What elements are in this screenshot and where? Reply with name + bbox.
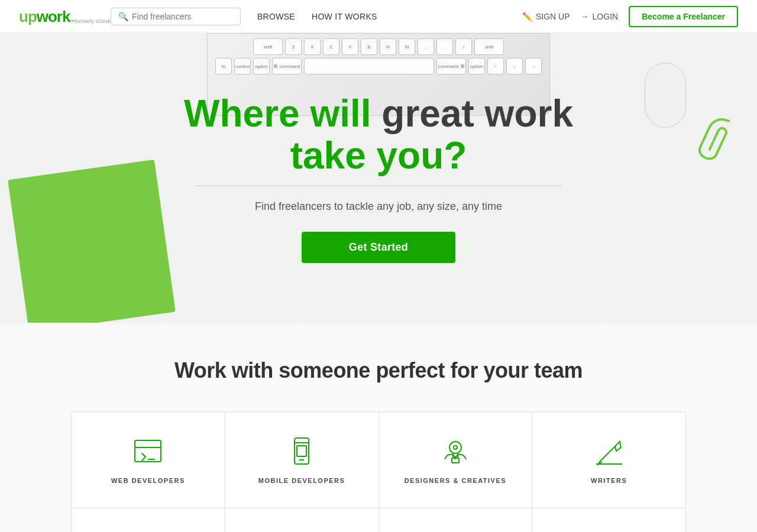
hero-title-green1: Where will	[184, 92, 381, 135]
site-logo[interactable]: upwork™ formerly oDesk	[19, 9, 111, 24]
category-cell-customer-service-agents[interactable]: CUSTOMER SERVICE AGENTS	[225, 508, 379, 532]
logo-tm: ™	[70, 19, 75, 24]
login-icon: →	[581, 12, 589, 21]
mobile-developers-label: MOBILE DEVELOPERS	[258, 477, 345, 484]
key-period: .	[436, 38, 453, 55]
key-b: B	[361, 38, 377, 55]
search-box[interactable]: 🔍	[111, 8, 241, 25]
category-cell-web-developers[interactable]: WEB DEVELOPERS	[72, 412, 225, 508]
nav-right: ✏️ SIGN UP → LOGIN Become a Freelancer	[522, 6, 738, 27]
category-cell-sales-marketing-experts[interactable]: SALES & MARKETING EXPERTS	[379, 508, 533, 532]
sign-up-button[interactable]: ✏️ SIGN UP	[522, 12, 570, 21]
hero-title: Where will great work take you?	[184, 93, 573, 176]
logo-work: work	[37, 9, 70, 24]
notebook-decoration	[8, 160, 176, 323]
key-c: C	[323, 38, 339, 55]
search-icon: 🔍	[118, 12, 128, 21]
svg-rect-6	[297, 446, 306, 456]
paperclip-decoration	[688, 109, 749, 176]
category-cell-virtual-assistants[interactable]: VIRTUAL ASSISTANTS	[72, 508, 225, 532]
key-opt-r: option	[468, 58, 485, 74]
hero-content: Where will great work take you? Find fre…	[172, 81, 585, 275]
svg-line-12	[600, 446, 615, 462]
key-cmd-r: command ⌘	[436, 58, 466, 74]
key-x: X	[304, 38, 321, 55]
svg-point-7	[449, 442, 461, 453]
key-m: M	[399, 38, 415, 55]
sign-up-label: SIGN UP	[536, 12, 570, 21]
nav-how-it-works[interactable]: HOW IT WORKS	[312, 12, 377, 21]
key-slash: /	[455, 38, 472, 55]
category-grid: WEB DEVELOPERS MOBILE DEVELOPERS	[71, 411, 686, 532]
web-developers-label: WEB DEVELOPERS	[111, 477, 185, 484]
hero-subtitle: Find freelancers to tackle any job, any …	[184, 200, 573, 213]
nav-browse[interactable]: BROWSE	[257, 12, 295, 21]
designers-creatives-icon	[440, 436, 471, 466]
key-shift-r: shift	[474, 38, 504, 55]
hero-section: shift Z X C V B N M , . / shift fn contr…	[0, 33, 757, 323]
section-title: Work with someone perfect for your team	[0, 358, 757, 383]
logo-sub: formerly oDesk	[75, 18, 111, 24]
key-space	[304, 58, 434, 74]
hero-title-green2: take you?	[290, 134, 467, 177]
key-ctrl: control	[234, 58, 251, 74]
key-z: Z	[285, 38, 302, 55]
hero-divider	[195, 186, 562, 186]
web-developers-icon	[132, 436, 163, 466]
nav-links: BROWSE HOW IT WORKS	[257, 12, 377, 21]
key-shift-l: shift	[253, 38, 283, 55]
sign-icon: ✏️	[522, 12, 532, 21]
navbar: upwork™ formerly oDesk 🔍 BROWSE HOW IT W…	[0, 0, 757, 33]
key-cmd-l: ⌘ command	[272, 58, 302, 74]
writers-label: WRITERS	[591, 477, 627, 484]
category-cell-writers[interactable]: WRITERS	[532, 412, 686, 508]
writers-icon	[594, 436, 625, 466]
hero-title-dark: great work	[381, 92, 573, 135]
key-v: V	[342, 38, 358, 55]
category-cell-accountants-consultants[interactable]: ACCOUNTANTS & CONSULTANTS	[532, 508, 686, 532]
categories-section: Work with someone perfect for your team …	[0, 323, 757, 532]
category-cell-designers-creatives[interactable]: DESIGNERS & CREATIVES	[379, 412, 533, 508]
search-input[interactable]	[132, 12, 233, 21]
key-comma: ,	[418, 38, 434, 55]
category-cell-mobile-developers[interactable]: MOBILE DEVELOPERS	[225, 412, 379, 508]
key-n: N	[380, 38, 396, 55]
mouse-decoration	[645, 63, 686, 128]
login-button[interactable]: → LOGIN	[581, 12, 619, 21]
svg-rect-0	[135, 440, 161, 462]
key-opt: option	[253, 58, 270, 74]
key-up: ↑	[487, 58, 504, 74]
mobile-developers-icon	[286, 436, 317, 466]
key-fn: fn	[215, 58, 232, 74]
login-label: LOGIN	[593, 12, 619, 21]
get-started-button[interactable]: Get Started	[302, 232, 455, 263]
designers-creatives-label: DESIGNERS & CREATIVES	[405, 477, 507, 484]
logo-up: up	[19, 9, 37, 24]
become-freelancer-button[interactable]: Become a Freelancer	[629, 6, 738, 27]
key-right: →	[525, 58, 542, 74]
svg-point-8	[454, 446, 457, 449]
svg-marker-13	[615, 442, 621, 451]
key-down: ↓	[506, 58, 523, 74]
